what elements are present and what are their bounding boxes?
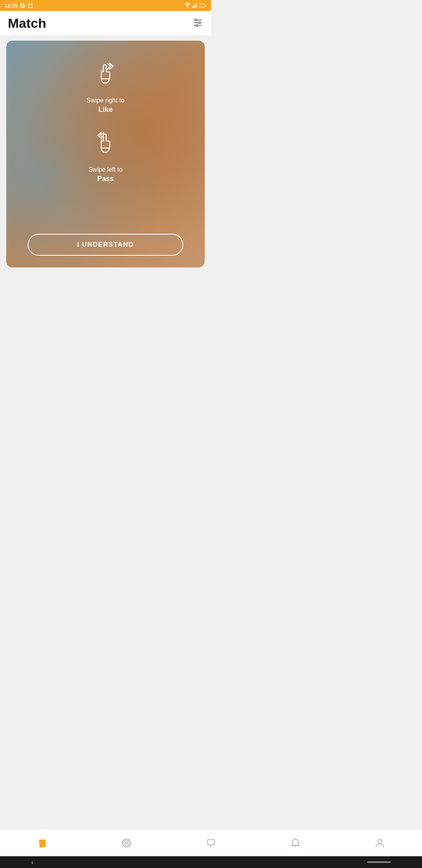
card-instructions: Swipe right to Like Swipe left to Pass <box>14 56 197 195</box>
svg-rect-7 <box>195 4 196 7</box>
google-icon <box>20 3 25 8</box>
svg-point-4 <box>187 7 188 8</box>
page-title: Match <box>8 16 46 31</box>
status-left: 12:25 <box>5 3 33 9</box>
swipe-tutorial-card: Swipe right to Like Swipe left to Pass <box>6 41 205 267</box>
swipe-left-action: Pass <box>97 175 114 183</box>
signal-icon <box>192 3 198 8</box>
battery-icon <box>199 3 206 8</box>
filter-button[interactable] <box>192 17 203 30</box>
swipe-right-hand-icon <box>88 56 123 91</box>
calendar-icon <box>28 3 33 8</box>
filter-sliders-icon <box>192 17 203 28</box>
svg-rect-10 <box>200 4 203 7</box>
svg-point-16 <box>198 22 200 23</box>
app-header: Match <box>0 11 211 36</box>
main-content: Swipe right to Like Swipe left to Pass <box>0 36 211 395</box>
swipe-left-hand-icon <box>88 126 123 161</box>
wifi-icon <box>184 2 191 9</box>
svg-point-17 <box>196 24 198 26</box>
swipe-right-action: Like <box>98 106 113 114</box>
status-right-icons <box>184 2 206 9</box>
svg-rect-6 <box>194 5 195 8</box>
svg-point-15 <box>195 19 197 21</box>
status-bar: 12:25 <box>0 0 211 11</box>
svg-rect-5 <box>193 6 193 8</box>
svg-rect-11 <box>205 5 206 6</box>
swipe-right-instruction: Swipe right to Like <box>87 56 125 114</box>
understand-button[interactable]: I UNDERSTAND <box>28 234 183 256</box>
status-time: 12:25 <box>5 3 18 9</box>
swipe-left-text: Swipe left to <box>88 166 122 173</box>
svg-rect-0 <box>29 4 33 7</box>
swipe-left-instruction: Swipe left to Pass <box>88 126 123 183</box>
swipe-right-text: Swipe right to <box>87 97 125 104</box>
svg-rect-8 <box>197 3 197 8</box>
